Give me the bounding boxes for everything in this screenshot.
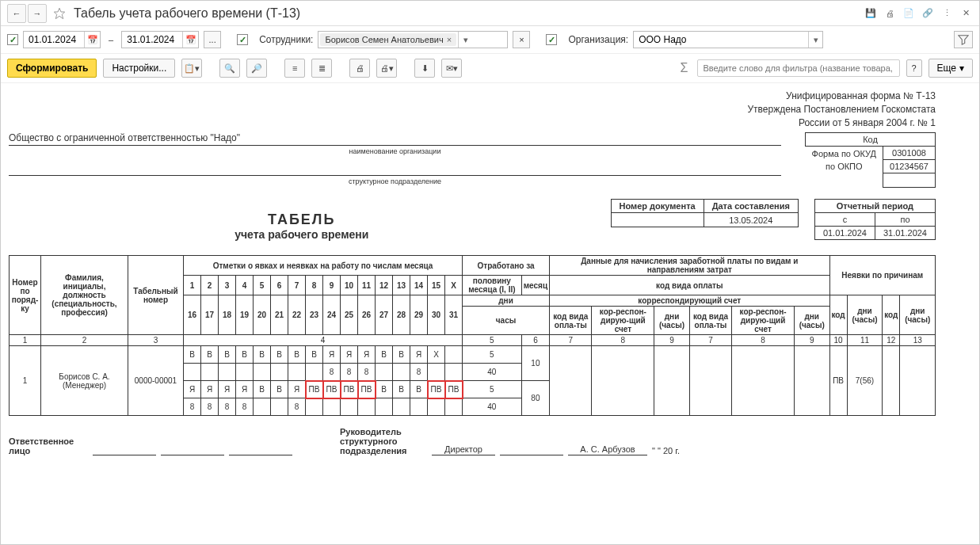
filter-toggle-button[interactable] [954, 31, 973, 48]
print-dropdown-button[interactable]: 🖨▾ [376, 59, 397, 78]
search-input[interactable] [697, 59, 899, 77]
close-icon[interactable]: ✕ [959, 6, 973, 21]
zoom-in-button[interactable]: 🔍 [219, 59, 240, 78]
zoom-out-button[interactable]: 🔎 [246, 59, 267, 78]
employees-input[interactable]: Борисов Семен Анатольевич × ▾ [318, 31, 508, 48]
org-name: Общество с ограниченной ответственностью… [9, 132, 781, 146]
more-button[interactable]: Еще ▾ [929, 59, 973, 78]
codes-block: Код Форма по ОКУД0301008 по ОКПО01234567 [805, 132, 936, 188]
org-input[interactable]: ▾ [633, 31, 823, 48]
period-table: Отчетный период спо 01.01.202431.01.2024 [814, 199, 936, 240]
save-icon[interactable]: 💾 [864, 6, 878, 21]
more-vertical-icon[interactable]: ⋮ [940, 6, 954, 21]
date-to-field[interactable] [122, 32, 182, 47]
form-meta: Унифицированная форма № Т-13 Утверждена … [9, 90, 936, 129]
date-to-input[interactable]: 📅 [121, 31, 199, 48]
date-from-input[interactable]: 📅 [23, 31, 101, 48]
employees-clear-button[interactable]: × [513, 31, 530, 48]
print-icon[interactable]: 🖨 [883, 6, 897, 21]
doc-title: ТАБЕЛЬ [9, 212, 595, 228]
org-checkbox[interactable] [546, 34, 557, 45]
expand-button[interactable]: ≡ [284, 59, 305, 78]
employee-token: Борисов Семен Анатольевич × [320, 33, 456, 46]
email-button[interactable]: ✉▾ [441, 59, 462, 78]
settings-button[interactable]: Настройки... [103, 59, 175, 78]
sigma-icon: Σ [680, 61, 688, 75]
svg-marker-0 [54, 8, 64, 18]
variants-button[interactable]: 📋▾ [181, 59, 202, 78]
collapse-button[interactable]: ≣ [311, 59, 332, 78]
doc-info-table: Номер документаДата составления 13.05.20… [611, 199, 799, 227]
employee-token-label: Борисов Семен Анатольевич [325, 35, 443, 44]
help-button[interactable]: ? [906, 59, 922, 77]
employees-label: Сотрудники: [259, 34, 313, 45]
period-picker-button[interactable]: ... [204, 31, 221, 48]
search-box[interactable] [697, 59, 899, 77]
generate-button[interactable]: Сформировать [7, 59, 97, 78]
org-label: Организация: [568, 34, 628, 45]
nav-back-button[interactable]: ← [7, 4, 26, 23]
org-caption: наименование организации [9, 147, 781, 155]
save-button[interactable]: ⬇ [414, 59, 435, 78]
report-content: Унифицированная форма № Т-13 Утверждена … [1, 83, 951, 471]
date-range-dash: – [109, 35, 113, 44]
calendar-icon[interactable]: 📅 [182, 32, 198, 48]
report-area[interactable]: Унифицированная форма № Т-13 Утверждена … [1, 83, 979, 543]
preview-icon[interactable]: 📄 [902, 6, 916, 21]
titlebar: ← → Табель учета рабочего времени (Т-13)… [1, 1, 979, 26]
subdiv-line [9, 165, 781, 176]
timesheet-table: Номер по поряд-ку Фамилия, инициалы, дол… [9, 255, 936, 416]
favorite-star-icon[interactable] [53, 7, 66, 20]
filter-toolbar: 📅 – 📅 ... Сотрудники: Борисов Семен Анат… [1, 26, 979, 54]
doc-subtitle: учета рабочего времени [9, 228, 595, 241]
calendar-icon[interactable]: 📅 [84, 32, 100, 48]
funnel-icon [958, 34, 969, 45]
main-table-wrap: Номер по поряд-ку Фамилия, инициалы, дол… [9, 255, 936, 416]
print-button[interactable]: 🖨 [349, 59, 370, 78]
subdiv-caption: структурное подразделение [9, 177, 781, 185]
org-field[interactable] [634, 32, 808, 47]
date-from-field[interactable] [24, 32, 84, 47]
link-icon[interactable]: 🔗 [921, 6, 935, 21]
dropdown-icon[interactable]: ▾ [458, 32, 472, 48]
token-remove-icon[interactable]: × [447, 35, 452, 44]
action-toolbar: Сформировать Настройки... 📋▾ 🔍 🔎 ≡ ≣ 🖨 🖨… [1, 54, 979, 83]
window-title: Табель учета рабочего времени (Т-13) [74, 6, 864, 21]
footer-signatures: Ответственное лицо Руководитель структур… [9, 427, 936, 455]
dropdown-icon[interactable]: ▾ [808, 32, 822, 48]
employees-checkbox[interactable] [237, 34, 248, 45]
chevron-down-icon: ▾ [959, 63, 964, 74]
nav-forward-button[interactable]: → [28, 4, 47, 23]
date-range-checkbox[interactable] [7, 34, 18, 45]
